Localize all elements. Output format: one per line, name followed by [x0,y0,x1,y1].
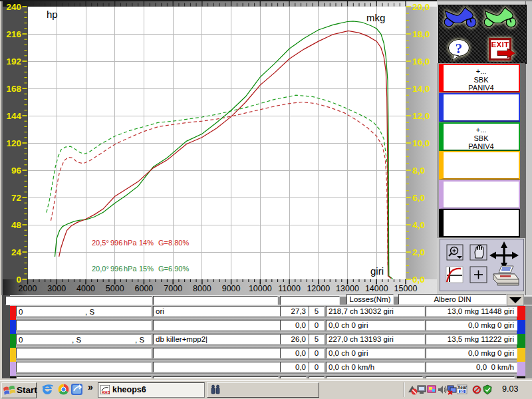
svg-text:EXIT: EXIT [491,41,509,49]
svg-text:15000: 15000 [394,284,418,293]
svg-text:3000: 3000 [47,284,66,293]
svg-text:14000: 14000 [365,284,388,293]
svg-text:KHS: KHS [102,390,110,394]
svg-text:0: 0 [16,275,21,285]
svg-text:168: 168 [6,84,21,94]
svg-text:2000: 2000 [19,284,37,293]
svg-text:10000: 10000 [249,284,272,293]
svg-text:giri: giri [370,265,384,277]
svg-text:3D: 3D [460,390,464,394]
svg-text:216: 216 [6,29,21,39]
svg-text:mkg: mkg [366,12,385,23]
svg-text:14,0: 14,0 [412,84,430,94]
svg-text:5000: 5000 [106,284,124,293]
svg-text:48: 48 [11,220,22,230]
svg-text:12000: 12000 [307,284,330,293]
svg-text:16,0: 16,0 [412,57,430,66]
svg-text:144: 144 [6,111,21,121]
svg-text:72: 72 [11,193,21,203]
svg-text:18,0: 18,0 [412,29,430,39]
svg-text:8000: 8000 [193,284,211,293]
svg-text:4000: 4000 [76,284,95,293]
svg-text:11000: 11000 [278,284,301,293]
svg-text:9000: 9000 [222,284,241,293]
svg-text:2,0: 2,0 [412,247,425,257]
svg-text:hp: hp [47,9,58,20]
svg-text:12,0: 12,0 [412,111,430,121]
svg-text:?: ? [456,41,463,57]
svg-text:192: 192 [6,57,21,66]
svg-text:20,0°996hPa15%G=6.90%: 20,0°996hPa15%G=6.90% [92,265,189,273]
svg-text:13000: 13000 [336,284,359,293]
svg-text:4,0: 4,0 [412,220,425,230]
svg-text:7000: 7000 [164,284,182,293]
svg-text:6000: 6000 [134,284,153,293]
svg-text:6,0: 6,0 [412,193,425,203]
svg-text:20,0: 20,0 [412,2,430,12]
svg-text:240: 240 [6,2,21,12]
svg-text:24: 24 [11,247,22,257]
svg-text:20,5°996hPa14%G=8.80%: 20,5°996hPa14%G=8.80% [92,239,189,247]
svg-text:0,0: 0,0 [412,275,425,285]
svg-text:8,0: 8,0 [412,166,425,176]
svg-text:10,0: 10,0 [412,138,430,148]
svg-text:96: 96 [11,166,22,176]
svg-text:120: 120 [6,138,21,148]
